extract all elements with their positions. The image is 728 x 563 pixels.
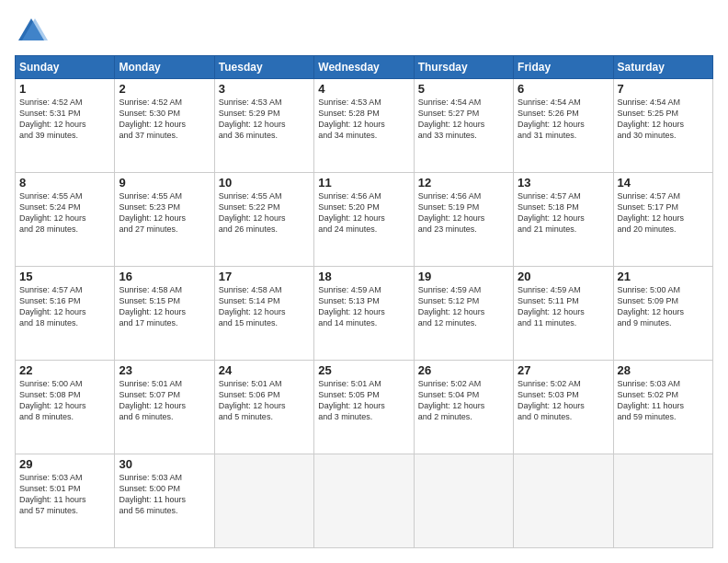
day-number: 22	[19, 363, 110, 377]
day-number: 21	[618, 270, 709, 283]
cell-info: Sunrise: 4:55 AM Sunset: 5:24 PM Dayligh…	[19, 190, 110, 236]
week-row-5: 29Sunrise: 5:03 AM Sunset: 5:01 PM Dayli…	[16, 454, 713, 548]
calendar-cell: 12Sunrise: 4:56 AM Sunset: 5:19 PM Dayli…	[414, 173, 513, 267]
day-number: 16	[119, 270, 210, 283]
logo	[15, 15, 51, 48]
calendar-header: Sunday Monday Tuesday Wednesday Thursday…	[16, 56, 713, 79]
calendar-cell: 30Sunrise: 5:03 AM Sunset: 5:00 PM Dayli…	[115, 454, 214, 548]
cell-info: Sunrise: 5:03 AM Sunset: 5:00 PM Dayligh…	[119, 472, 210, 517]
col-saturday: Saturday	[613, 56, 712, 79]
logo-icon	[15, 15, 48, 48]
col-monday: Monday	[115, 56, 214, 79]
cell-info: Sunrise: 5:01 AM Sunset: 5:05 PM Dayligh…	[318, 378, 409, 423]
week-row-3: 15Sunrise: 4:57 AM Sunset: 5:16 PM Dayli…	[16, 267, 713, 361]
day-number: 27	[518, 363, 609, 377]
calendar-cell: 17Sunrise: 4:58 AM Sunset: 5:14 PM Dayli…	[214, 267, 313, 361]
cell-info: Sunrise: 4:59 AM Sunset: 5:13 PM Dayligh…	[318, 284, 409, 329]
day-number: 6	[518, 82, 609, 96]
day-number: 17	[219, 270, 310, 283]
week-row-2: 8Sunrise: 4:55 AM Sunset: 5:24 PM Daylig…	[16, 173, 713, 267]
cell-info: Sunrise: 4:56 AM Sunset: 5:19 PM Dayligh…	[418, 190, 509, 236]
day-number: 13	[518, 176, 609, 190]
day-number: 10	[219, 176, 310, 190]
calendar-body: 1Sunrise: 4:52 AM Sunset: 5:31 PM Daylig…	[16, 79, 713, 548]
day-number: 1	[19, 82, 110, 96]
day-number: 19	[418, 270, 509, 283]
calendar-cell: 6Sunrise: 4:54 AM Sunset: 5:26 PM Daylig…	[514, 79, 613, 173]
calendar-cell	[613, 454, 712, 548]
day-number: 29	[19, 457, 110, 471]
cell-info: Sunrise: 5:03 AM Sunset: 5:01 PM Dayligh…	[19, 472, 110, 517]
cell-info: Sunrise: 4:53 AM Sunset: 5:28 PM Dayligh…	[318, 97, 409, 142]
calendar-cell: 11Sunrise: 4:56 AM Sunset: 5:20 PM Dayli…	[314, 173, 414, 267]
calendar-cell: 9Sunrise: 4:55 AM Sunset: 5:23 PM Daylig…	[115, 173, 214, 267]
calendar-cell: 14Sunrise: 4:57 AM Sunset: 5:17 PM Dayli…	[613, 173, 712, 267]
day-number: 8	[19, 176, 110, 190]
cell-info: Sunrise: 5:01 AM Sunset: 5:06 PM Dayligh…	[219, 378, 310, 423]
calendar-cell: 15Sunrise: 4:57 AM Sunset: 5:16 PM Dayli…	[16, 267, 115, 361]
calendar-cell: 7Sunrise: 4:54 AM Sunset: 5:25 PM Daylig…	[613, 79, 712, 173]
day-number: 15	[19, 270, 110, 283]
calendar-cell: 10Sunrise: 4:55 AM Sunset: 5:22 PM Dayli…	[214, 173, 313, 267]
day-number: 18	[318, 270, 409, 283]
day-number: 12	[418, 176, 509, 190]
cell-info: Sunrise: 4:55 AM Sunset: 5:22 PM Dayligh…	[219, 190, 310, 236]
calendar-cell	[514, 454, 613, 548]
calendar-cell: 3Sunrise: 4:53 AM Sunset: 5:29 PM Daylig…	[214, 79, 313, 173]
week-row-1: 1Sunrise: 4:52 AM Sunset: 5:31 PM Daylig…	[16, 79, 713, 173]
cell-info: Sunrise: 4:52 AM Sunset: 5:31 PM Dayligh…	[19, 97, 110, 142]
calendar-cell: 16Sunrise: 4:58 AM Sunset: 5:15 PM Dayli…	[115, 267, 214, 361]
calendar-cell	[414, 454, 513, 548]
cell-info: Sunrise: 5:02 AM Sunset: 5:03 PM Dayligh…	[518, 378, 609, 423]
calendar-cell: 29Sunrise: 5:03 AM Sunset: 5:01 PM Dayli…	[16, 454, 115, 548]
day-number: 5	[418, 82, 509, 96]
day-number: 28	[618, 363, 709, 377]
calendar-cell: 2Sunrise: 4:52 AM Sunset: 5:30 PM Daylig…	[115, 79, 214, 173]
day-number: 24	[219, 363, 310, 377]
calendar-cell	[214, 454, 313, 548]
col-thursday: Thursday	[414, 56, 513, 79]
cell-info: Sunrise: 4:54 AM Sunset: 5:26 PM Dayligh…	[518, 97, 609, 142]
day-number: 3	[219, 82, 310, 96]
cell-info: Sunrise: 4:58 AM Sunset: 5:14 PM Dayligh…	[219, 284, 310, 329]
cell-info: Sunrise: 4:52 AM Sunset: 5:30 PM Dayligh…	[119, 97, 210, 142]
day-number: 23	[119, 363, 210, 377]
cell-info: Sunrise: 5:01 AM Sunset: 5:07 PM Dayligh…	[119, 378, 210, 423]
cell-info: Sunrise: 5:02 AM Sunset: 5:04 PM Dayligh…	[418, 378, 509, 423]
calendar-cell: 21Sunrise: 5:00 AM Sunset: 5:09 PM Dayli…	[613, 267, 712, 361]
cell-info: Sunrise: 4:54 AM Sunset: 5:25 PM Dayligh…	[618, 97, 709, 142]
page: Sunday Monday Tuesday Wednesday Thursday…	[0, 0, 728, 563]
calendar-cell: 28Sunrise: 5:03 AM Sunset: 5:02 PM Dayli…	[613, 361, 712, 454]
day-number: 26	[418, 363, 509, 377]
day-number: 4	[318, 82, 409, 96]
day-number: 20	[518, 270, 609, 283]
calendar-table: Sunday Monday Tuesday Wednesday Thursday…	[15, 55, 713, 548]
calendar-cell: 19Sunrise: 4:59 AM Sunset: 5:12 PM Dayli…	[414, 267, 513, 361]
calendar-cell: 25Sunrise: 5:01 AM Sunset: 5:05 PM Dayli…	[314, 361, 414, 454]
col-wednesday: Wednesday	[314, 56, 414, 79]
cell-info: Sunrise: 4:54 AM Sunset: 5:27 PM Dayligh…	[418, 97, 509, 142]
day-number: 9	[119, 176, 210, 190]
calendar-cell: 20Sunrise: 4:59 AM Sunset: 5:11 PM Dayli…	[514, 267, 613, 361]
cell-info: Sunrise: 5:00 AM Sunset: 5:09 PM Dayligh…	[618, 284, 709, 329]
calendar-cell: 13Sunrise: 4:57 AM Sunset: 5:18 PM Dayli…	[514, 173, 613, 267]
calendar-cell: 23Sunrise: 5:01 AM Sunset: 5:07 PM Dayli…	[115, 361, 214, 454]
calendar-cell: 22Sunrise: 5:00 AM Sunset: 5:08 PM Dayli…	[16, 361, 115, 454]
calendar-cell: 8Sunrise: 4:55 AM Sunset: 5:24 PM Daylig…	[16, 173, 115, 267]
cell-info: Sunrise: 4:53 AM Sunset: 5:29 PM Dayligh…	[219, 97, 310, 142]
day-number: 30	[119, 457, 210, 471]
cell-info: Sunrise: 4:55 AM Sunset: 5:23 PM Dayligh…	[119, 190, 210, 236]
day-number: 7	[618, 82, 709, 96]
calendar-cell: 18Sunrise: 4:59 AM Sunset: 5:13 PM Dayli…	[314, 267, 414, 361]
week-row-4: 22Sunrise: 5:00 AM Sunset: 5:08 PM Dayli…	[16, 361, 713, 454]
cell-info: Sunrise: 4:58 AM Sunset: 5:15 PM Dayligh…	[119, 284, 210, 329]
calendar-cell: 1Sunrise: 4:52 AM Sunset: 5:31 PM Daylig…	[16, 79, 115, 173]
cell-info: Sunrise: 4:56 AM Sunset: 5:20 PM Dayligh…	[318, 190, 409, 236]
day-number: 14	[618, 176, 709, 190]
cell-info: Sunrise: 4:57 AM Sunset: 5:18 PM Dayligh…	[518, 190, 609, 236]
calendar-cell: 27Sunrise: 5:02 AM Sunset: 5:03 PM Dayli…	[514, 361, 613, 454]
calendar-cell: 24Sunrise: 5:01 AM Sunset: 5:06 PM Dayli…	[214, 361, 313, 454]
cell-info: Sunrise: 5:00 AM Sunset: 5:08 PM Dayligh…	[19, 378, 110, 423]
calendar-cell: 26Sunrise: 5:02 AM Sunset: 5:04 PM Dayli…	[414, 361, 513, 454]
col-friday: Friday	[514, 56, 613, 79]
